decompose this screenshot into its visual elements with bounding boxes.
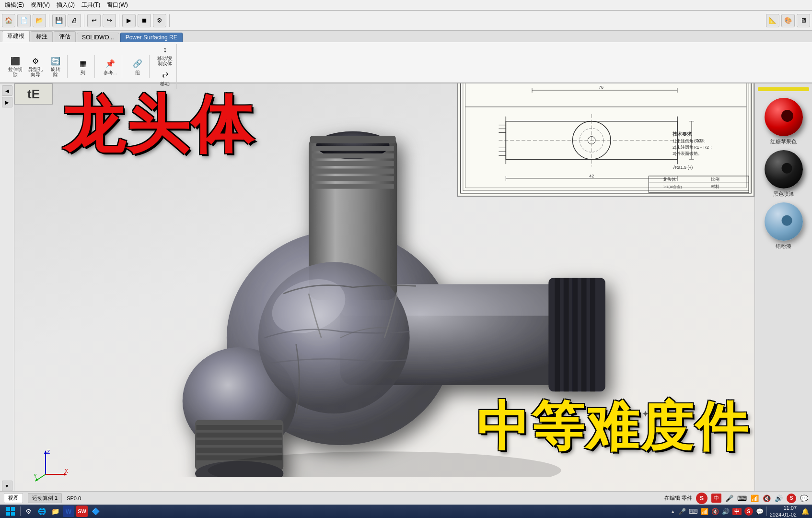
toolbar-undo[interactable]: ↩ <box>87 14 101 27</box>
material-sphere-alu[interactable] <box>765 202 803 241</box>
status-sp: SP0.0 <box>67 495 81 501</box>
status-right: 在编辑 零件 S 中 🎤 ⌨ 📶 🔇 🔊 S 💬 <box>664 493 808 504</box>
svg-rect-5 <box>564 278 569 391</box>
taskbar-app-6[interactable]: 🔷 <box>90 506 101 517</box>
tab-modeling[interactable]: 草建模 <box>2 31 30 42</box>
ribbon-move-copy[interactable]: ↕ 移动/复制实体 <box>156 45 174 66</box>
material-card-black[interactable]: 黑色喷漆 <box>765 150 803 198</box>
title-red: 龙头体 <box>62 93 255 155</box>
tray-ime[interactable]: 中 <box>732 508 742 515</box>
tab-evaluate[interactable]: 评估 <box>54 31 76 42</box>
array-icon: ▦ <box>78 59 88 69</box>
menu-window[interactable]: 窗口(W) <box>104 0 130 10</box>
title-yellow: 中等难度件 <box>476 400 750 453</box>
tray-chevron[interactable]: ▲ <box>671 509 675 514</box>
ime-indicator[interactable]: 中 <box>711 494 721 503</box>
toolbar-new[interactable]: 📄 <box>17 14 31 27</box>
tab-row: 草建模 标注 评估 SOLIDWO... Power Surfacing RE <box>0 31 812 42</box>
tray-notifications-btn[interactable]: 🔔 <box>801 508 809 515</box>
status-tab-motion[interactable]: 运动算例 1 <box>28 493 62 503</box>
tray-volume[interactable]: 🔊 <box>722 508 730 515</box>
ribbon-array[interactable]: ▦ 列 <box>74 56 92 77</box>
svg-text:Z: Z <box>47 449 50 455</box>
tray-sw[interactable]: S <box>744 507 753 516</box>
mic-icon[interactable]: 🎤 <box>725 494 733 502</box>
toolbar-sep-3 <box>119 14 119 27</box>
taskbar-settings[interactable]: ⚙ <box>23 506 34 517</box>
keyboard-icon[interactable]: ⌨ <box>737 494 747 502</box>
tray-keyboard[interactable]: ⌨ <box>689 508 698 515</box>
ribbon-combine[interactable]: 🔗 组 <box>129 56 146 77</box>
svg-text:材料: 材料 <box>710 184 719 189</box>
tray-wifi[interactable]: 📶 <box>701 508 708 515</box>
combine-icon: 🔗 <box>132 59 143 69</box>
taskbar-word[interactable]: W <box>63 506 74 517</box>
toolbar-display[interactable]: 🖥 <box>797 14 810 27</box>
taskbar-sep-1 <box>20 506 21 516</box>
sw-tray-icon[interactable]: S <box>787 494 796 503</box>
svg-rect-20 <box>197 425 282 430</box>
ribbon: 草建模 标注 评估 SOLIDWO... Power Surfacing RE … <box>0 31 812 83</box>
menu-tools[interactable]: 工具(T) <box>79 0 103 10</box>
material-sphere-red[interactable] <box>765 98 803 136</box>
toolbar-settings[interactable]: ⚙ <box>153 14 166 27</box>
toolbar: 🏠 📄 📂 💾 🖨 ↩ ↪ ▶ ⏹ ⚙ 📐 🎨 🖥 <box>0 11 812 31</box>
material-label-black: 黑色喷漆 <box>773 190 794 198</box>
tab-power-surfacing[interactable]: Power Surfacing RE <box>120 33 183 42</box>
svg-rect-4 <box>555 278 560 391</box>
material-card-alu[interactable]: 铝粉漆 <box>765 202 803 250</box>
tray-sep <box>766 506 767 516</box>
ribbon-extrude-cut[interactable]: ⬛ 拉伸切除 <box>7 56 24 77</box>
speaker-icon[interactable]: 🔊 <box>775 494 783 502</box>
svg-rect-15 <box>312 168 394 174</box>
array-label: 列 <box>81 70 85 75</box>
taskbar-edge[interactable]: 🌐 <box>36 506 47 517</box>
left-panel-bottom-expand[interactable]: ▼ <box>2 481 12 491</box>
tray-volume-mute[interactable]: 🔇 <box>711 508 719 515</box>
status-editing: 在编辑 零件 <box>664 494 692 502</box>
tray-mic[interactable]: 🎤 <box>678 508 686 515</box>
material-sphere-black[interactable] <box>765 150 803 188</box>
toolbar-redo[interactable]: ↪ <box>103 14 116 27</box>
axis-indicator: Z X Y <box>34 448 72 482</box>
toolbar-print[interactable]: 🖨 <box>68 14 81 27</box>
reference-icon: 📌 <box>105 59 116 69</box>
svg-text:Y: Y <box>34 473 37 479</box>
menu-insert[interactable]: 插入(J) <box>54 0 78 10</box>
svg-text:比例: 比例 <box>711 177 719 182</box>
toolbar-home[interactable]: 🏠 <box>2 14 15 27</box>
material-card-red[interactable]: 红糖苹果色 <box>765 98 803 145</box>
menu-view[interactable]: 视图(V) <box>28 0 53 10</box>
left-panel-collapse[interactable]: ▶ <box>2 97 12 107</box>
move-label: 移动 <box>160 81 170 86</box>
sw-logo: S <box>696 493 708 504</box>
ribbon-reference[interactable]: 📌 参考... <box>102 56 119 77</box>
windows-start[interactable] <box>3 506 18 517</box>
ribbon-group-reference: 📌 参考... <box>99 55 122 78</box>
move-copy-icon: ↕ <box>160 45 170 55</box>
tab-solidworks[interactable]: SOLIDWO... <box>77 33 119 42</box>
toolbar-select[interactable]: ▶ <box>122 14 136 27</box>
wifi-icon[interactable]: 📶 <box>751 494 759 502</box>
tray-notification[interactable]: 💬 <box>756 508 764 515</box>
toolbar-stop[interactable]: ⏹ <box>138 14 151 27</box>
tab-annotation[interactable]: 标注 <box>31 31 53 42</box>
toolbar-save[interactable]: 💾 <box>52 14 66 27</box>
menu-edit[interactable]: 编辑(E) <box>2 0 27 10</box>
ribbon-hole-wizard[interactable]: ⚙ 异型孔向导 <box>27 56 44 77</box>
notification-icon[interactable]: 💬 <box>800 494 808 502</box>
ribbon-revolve[interactable]: 🔄 旋转除 <box>47 56 64 77</box>
status-tab-view[interactable]: 视图 <box>4 493 23 503</box>
revolve-label: 旋转除 <box>51 67 60 77</box>
ribbon-group-combine: 🔗 组 <box>126 55 150 78</box>
svg-rect-11 <box>310 136 396 143</box>
ribbon-move[interactable]: ⇄ 移动 <box>156 67 174 88</box>
hole-wizard-icon: ⚙ <box>30 56 41 66</box>
taskbar-explorer[interactable]: 📁 <box>49 506 61 517</box>
extrude-cut-label: 拉伸切除 <box>8 67 23 77</box>
volume-icon[interactable]: 🔇 <box>763 494 771 502</box>
toolbar-measure[interactable]: 📐 <box>766 14 779 27</box>
taskbar-solidworks[interactable]: SW <box>76 506 88 517</box>
toolbar-render[interactable]: 🎨 <box>781 14 795 27</box>
toolbar-open[interactable]: 📂 <box>33 14 46 27</box>
